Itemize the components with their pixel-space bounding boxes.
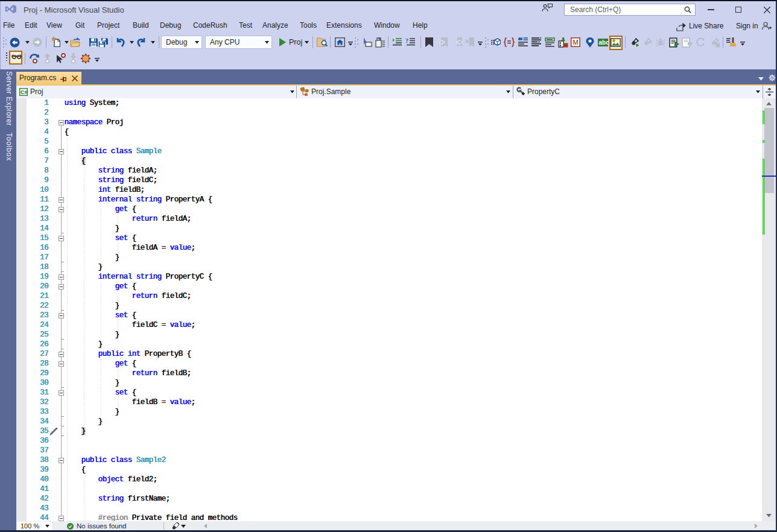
svg-text:?: ? <box>405 38 408 44</box>
svg-text:C#: C# <box>21 89 28 95</box>
svg-text:M: M <box>573 39 579 46</box>
svg-text:abc: abc <box>599 39 609 46</box>
